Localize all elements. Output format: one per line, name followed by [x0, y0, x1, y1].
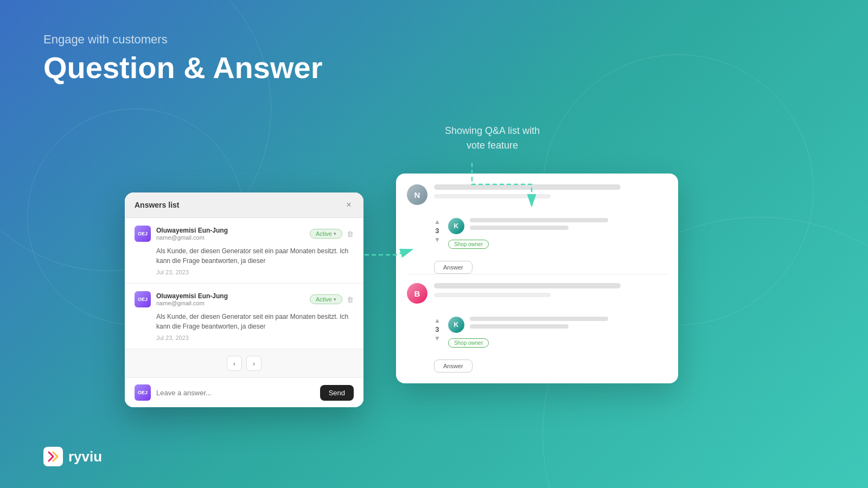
qa-reply-row: K — [448, 317, 667, 333]
user-email: name@gmail.com — [156, 234, 228, 241]
footer-avatar: OEJ — [135, 384, 151, 401]
vote-column: ▲ 3 ▼ — [434, 218, 441, 252]
vote-block: ▲ 3 ▼ K Shop owner — [434, 317, 667, 351]
send-button[interactable]: Send — [320, 385, 354, 401]
avatar: OEJ — [135, 291, 151, 307]
downvote-icon[interactable]: ▼ — [434, 236, 441, 243]
answer-actions: Active ▾ 🗑 — [310, 229, 354, 239]
modal-body: OEJ Oluwayemisi Eun-Jung name@gmail.com … — [125, 218, 363, 349]
page-title: Question & Answer — [43, 51, 322, 85]
upvote-icon[interactable]: ▲ — [434, 317, 441, 324]
qa-question-bar — [434, 184, 621, 190]
answer-item: OEJ Oluwayemisi Eun-Jung name@gmail.com … — [125, 218, 363, 284]
answer-date: Jul 23, 2023 — [135, 269, 354, 275]
header: Engage with customers Question & Answer — [43, 33, 322, 85]
chevron-down-icon: ▾ — [334, 297, 336, 302]
reply-avatar: K — [448, 317, 464, 333]
trash-icon[interactable]: 🗑 — [347, 296, 354, 304]
answer-text: Als Kunde, der diesen Generator seit ein… — [135, 312, 354, 331]
reply-bar — [470, 317, 608, 321]
reply-bar-short — [470, 324, 569, 329]
vote-block: ▲ 3 ▼ K Shop owner — [434, 218, 667, 252]
answer-date: Jul 23, 2023 — [135, 335, 354, 341]
shop-owner-badge: Shop owner — [448, 240, 489, 249]
modal-title: Answers list — [135, 201, 179, 209]
vote-column: ▲ 3 ▼ — [434, 317, 441, 351]
qa-question-bar — [434, 283, 621, 288]
modal-footer: OEJ Send — [125, 377, 363, 407]
user-name: Oluwayemisi Eun-Jung — [156, 227, 228, 234]
qa-reply-row: K — [448, 218, 667, 234]
avatar: OEJ — [135, 226, 151, 242]
answer-input[interactable] — [156, 389, 315, 397]
logo-icon — [43, 447, 63, 466]
annotation-text: Showing Q&A list with vote feature — [445, 124, 540, 153]
user-email: name@gmail.com — [156, 300, 228, 306]
logo: ryviu — [43, 447, 102, 466]
logo-text: ryviu — [68, 448, 102, 465]
trash-icon[interactable]: 🗑 — [347, 230, 354, 238]
user-info: Oluwayemisi Eun-Jung name@gmail.com — [156, 292, 228, 306]
answers-modal: Answers list × OEJ Oluwayemisi Eun-Jung … — [125, 192, 363, 407]
qa-reply-block: K Shop owner — [448, 218, 667, 252]
reply-bar — [470, 218, 608, 222]
answer-button[interactable]: Answer — [434, 359, 473, 373]
annotation-line1: Showing Q&A list with — [445, 124, 540, 138]
answer-user: OEJ Oluwayemisi Eun-Jung name@gmail.com — [135, 226, 228, 242]
downvote-icon[interactable]: ▼ — [434, 335, 441, 342]
qa-question-bar-short — [434, 194, 551, 198]
answer-button[interactable]: Answer — [434, 261, 473, 274]
answer-actions: Active ▾ 🗑 — [310, 294, 354, 304]
header-subtitle: Engage with customers — [43, 33, 322, 47]
close-icon[interactable]: × — [344, 200, 354, 210]
divider — [407, 274, 667, 274]
answer-item: OEJ Oluwayemisi Eun-Jung name@gmail.com … — [125, 284, 363, 349]
reply-content — [470, 218, 667, 233]
answer-item-header: OEJ Oluwayemisi Eun-Jung name@gmail.com … — [135, 226, 354, 242]
vote-count: 3 — [435, 227, 439, 235]
qa-item: B — [407, 283, 667, 304]
reply-bar-short — [470, 226, 569, 230]
qa-avatar-n: N — [407, 184, 427, 205]
reply-content — [470, 317, 667, 332]
user-name: Oluwayemisi Eun-Jung — [156, 292, 228, 300]
next-page-button[interactable]: › — [246, 356, 261, 371]
qa-question-bar-short — [434, 293, 551, 297]
qa-reply-block: K Shop owner — [448, 317, 667, 351]
shop-owner-badge: Shop owner — [448, 338, 489, 348]
qa-avatar-b: B — [407, 283, 427, 304]
vote-count: 3 — [435, 325, 439, 333]
answer-text: Als Kunde, der diesen Generator seit ein… — [135, 246, 354, 266]
reply-avatar: K — [448, 218, 464, 234]
status-badge[interactable]: Active ▾ — [310, 294, 342, 304]
status-badge[interactable]: Active ▾ — [310, 229, 342, 239]
answer-item-header: OEJ Oluwayemisi Eun-Jung name@gmail.com … — [135, 291, 354, 307]
modal-header: Answers list × — [125, 192, 363, 218]
qa-content — [434, 184, 667, 205]
chevron-down-icon: ▾ — [334, 231, 336, 236]
prev-page-button[interactable]: ‹ — [227, 356, 242, 371]
qa-panel: N ▲ 3 ▼ K Shop owner Answer B — [396, 174, 678, 383]
pagination: ‹ › — [125, 349, 363, 377]
annotation-line2: vote feature — [445, 138, 540, 153]
user-info: Oluwayemisi Eun-Jung name@gmail.com — [156, 227, 228, 241]
answer-user: OEJ Oluwayemisi Eun-Jung name@gmail.com — [135, 291, 228, 307]
upvote-icon[interactable]: ▲ — [434, 218, 441, 226]
qa-item: N — [407, 184, 667, 205]
qa-content — [434, 283, 667, 304]
